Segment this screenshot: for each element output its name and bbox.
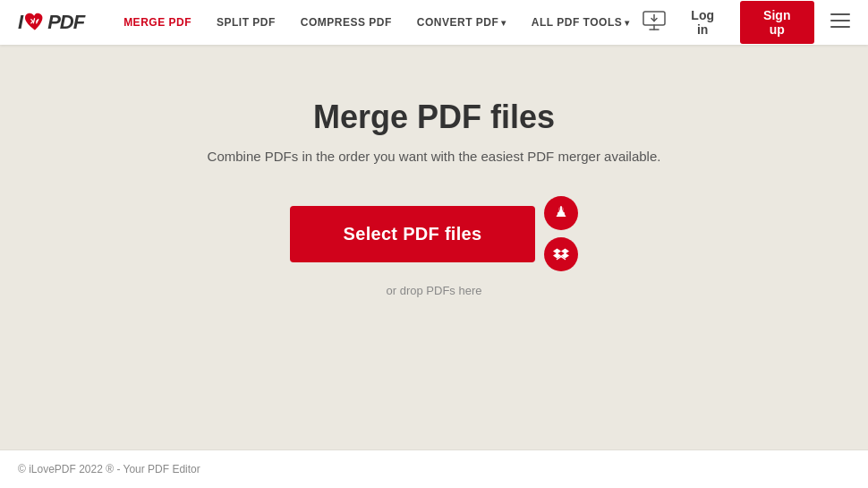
main-nav: MERGE PDF SPLIT PDF COMPRESS PDF CONVERT… bbox=[111, 16, 642, 29]
logo[interactable]: I PDF bbox=[18, 11, 84, 34]
nav-item-merge[interactable]: MERGE PDF bbox=[111, 16, 204, 29]
drop-text: or drop PDFs here bbox=[387, 284, 482, 297]
upload-area: Select PDF files bbox=[290, 196, 579, 271]
signup-button[interactable]: Sign up bbox=[740, 1, 814, 44]
dropbox-upload-button[interactable] bbox=[544, 237, 578, 271]
select-files-button[interactable]: Select PDF files bbox=[290, 206, 536, 262]
logo-pdf: PDF bbox=[47, 11, 84, 34]
nav-item-all-tools[interactable]: ALL PDF TOOLS bbox=[519, 16, 642, 29]
hamburger-icon[interactable] bbox=[830, 13, 850, 32]
google-drive-upload-button[interactable] bbox=[544, 196, 578, 230]
footer-text: © iLovePDF 2022 ® - Your PDF Editor bbox=[18, 463, 200, 475]
desktop-download-icon[interactable] bbox=[642, 11, 666, 35]
nav-item-convert[interactable]: CONVERT PDF bbox=[404, 16, 519, 29]
header-actions: Log in Sign up bbox=[642, 1, 850, 44]
page-title: Merge PDF files bbox=[313, 98, 555, 136]
page-subtitle: Combine PDFs in the order you want with … bbox=[208, 149, 661, 164]
upload-icon-group bbox=[544, 196, 578, 271]
nav-item-split[interactable]: SPLIT PDF bbox=[204, 16, 288, 29]
login-button[interactable]: Log in bbox=[677, 3, 729, 42]
logo-i: I bbox=[18, 11, 22, 34]
nav-item-compress[interactable]: COMPRESS PDF bbox=[288, 16, 404, 29]
logo-heart-icon bbox=[23, 13, 47, 32]
footer: © iLovePDF 2022 ® - Your PDF Editor bbox=[0, 449, 868, 488]
main-content: Merge PDF files Combine PDFs in the orde… bbox=[0, 45, 868, 449]
